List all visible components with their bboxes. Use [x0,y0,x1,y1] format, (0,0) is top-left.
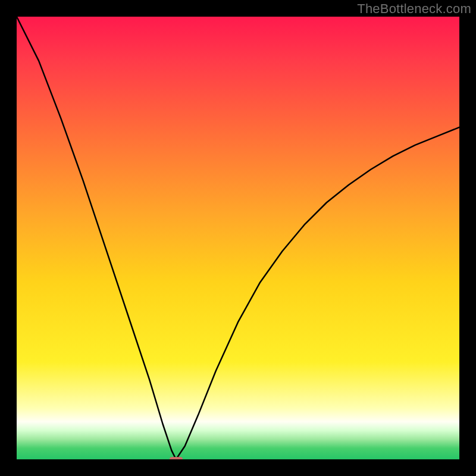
curve-path [17,17,459,459]
image-frame: TheBottleneck.com [0,0,476,476]
bottleneck-curve [17,17,459,459]
watermark-text: TheBottleneck.com [357,1,471,17]
minimum-marker [170,457,183,459]
plot-area [17,17,459,459]
